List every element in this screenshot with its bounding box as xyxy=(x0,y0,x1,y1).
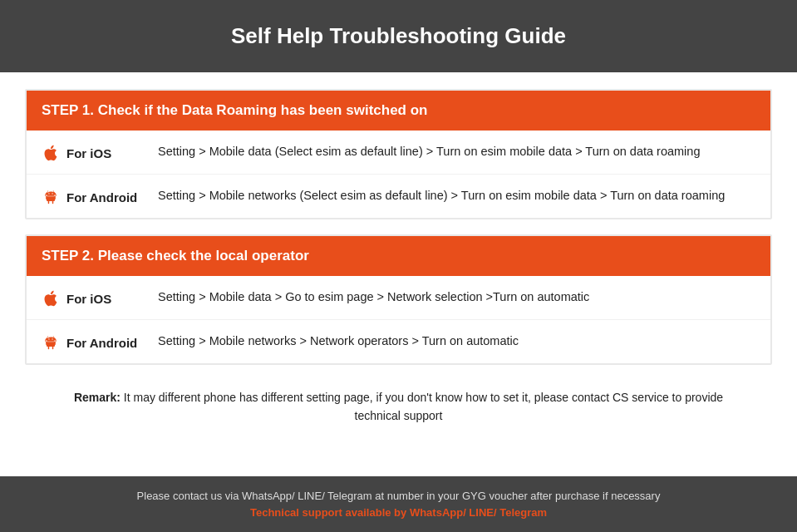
step2-ios-row: For iOS Setting > Mobile data > Go to es… xyxy=(27,276,770,320)
page-title: Self Help Troubleshooting Guide xyxy=(17,23,780,49)
android-icon xyxy=(42,188,60,206)
step2-android-row: For Android Setting > Mobile networks > … xyxy=(27,320,770,363)
step2-header: STEP 2. Please check the local operator xyxy=(27,236,770,276)
android-icon-2 xyxy=(42,333,60,352)
step2-ios-label: For iOS xyxy=(42,288,158,308)
step1-card: STEP 1. Check if the Data Roaming has be… xyxy=(25,89,772,219)
step1-ios-desc: Setting > Mobile data (Select esim as de… xyxy=(158,142,755,160)
step1-header: STEP 1. Check if the Data Roaming has be… xyxy=(27,91,770,131)
step2-heading: STEP 2. Please check the local operator xyxy=(42,248,755,264)
step2-ios-label-text: For iOS xyxy=(66,292,111,306)
step2-android-desc: Setting > Mobile networks > Network oper… xyxy=(158,332,755,350)
step2-android-label-text: For Android xyxy=(66,336,137,350)
remark-bold: Remark: xyxy=(74,391,121,404)
main-content: STEP 1. Check if the Data Roaming has be… xyxy=(0,72,797,476)
step2-card: STEP 2. Please check the local operator … xyxy=(25,234,772,365)
step1-body: For iOS Setting > Mobile data (Select es… xyxy=(27,131,770,218)
step2-ios-desc: Setting > Mobile data > Go to esim page … xyxy=(158,288,755,306)
page-header: Self Help Troubleshooting Guide xyxy=(0,0,797,72)
apple-icon xyxy=(42,144,60,162)
step1-android-desc: Setting > Mobile networks (Select esim a… xyxy=(158,186,755,204)
page-footer: Please contact us via WhatsApp/ LINE/ Te… xyxy=(0,476,797,532)
step1-ios-row: For iOS Setting > Mobile data (Select es… xyxy=(27,131,770,175)
step1-ios-label-text: For iOS xyxy=(66,146,111,160)
step1-android-label-text: For Android xyxy=(66,190,137,204)
step1-ios-label: For iOS xyxy=(42,142,158,162)
apple-icon-2 xyxy=(42,289,60,308)
footer-support-text: Technical support available by WhatsApp/… xyxy=(17,506,780,519)
remark-body: It may different phone has different set… xyxy=(121,391,723,422)
step1-android-row: For Android Setting > Mobile networks (S… xyxy=(27,175,770,218)
remark-text: Remark: It may different phone has diffe… xyxy=(50,388,747,426)
footer-main-text: Please contact us via WhatsApp/ LINE/ Te… xyxy=(17,490,780,502)
step1-android-label: For Android xyxy=(42,186,158,206)
step2-body: For iOS Setting > Mobile data > Go to es… xyxy=(27,276,770,363)
remark-section: Remark: It may different phone has diffe… xyxy=(25,380,772,441)
step2-android-label: For Android xyxy=(42,332,158,352)
step1-heading: STEP 1. Check if the Data Roaming has be… xyxy=(42,102,755,119)
